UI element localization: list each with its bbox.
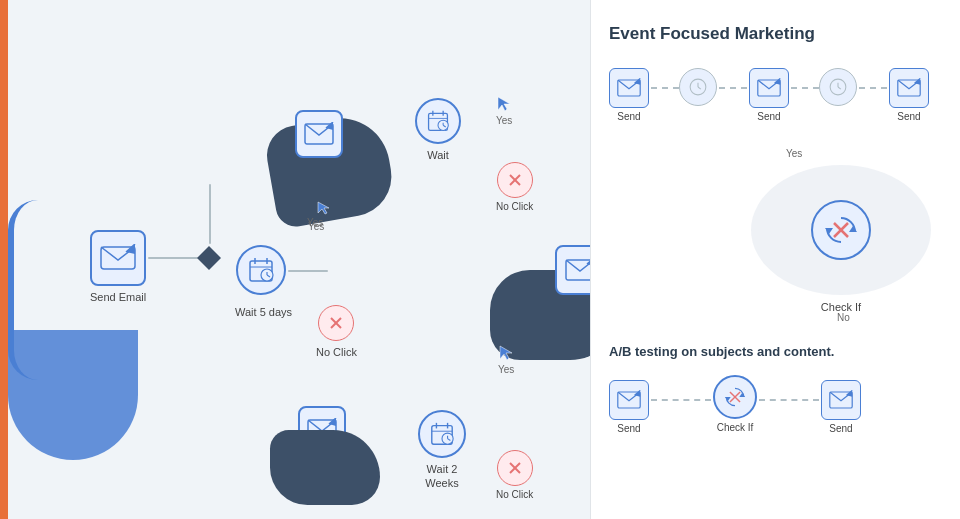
rp-yes-label: Yes — [786, 148, 802, 159]
rp-dash-1 — [651, 87, 679, 89]
blue-shape-bottom — [8, 330, 138, 460]
send-email-label: Send Email — [90, 290, 146, 304]
svg-marker-38 — [498, 97, 510, 111]
svg-marker-41 — [500, 346, 512, 360]
rp-dash-2 — [719, 87, 747, 89]
no-click-bot-icon — [497, 450, 533, 486]
svg-line-59 — [698, 87, 701, 89]
rp-wait-2-icon — [819, 68, 857, 106]
rp-dash-3 — [791, 87, 819, 89]
rp-bot-send-2-label: Send — [829, 423, 852, 434]
right-panel: Event Focused Marketing Send — [590, 0, 960, 519]
rp-bot-dash-2 — [759, 399, 819, 401]
rp-send-3: Send — [889, 68, 929, 122]
rp-wait-1 — [679, 68, 717, 106]
svg-marker-71 — [849, 226, 857, 232]
blob-dark-bottom — [270, 430, 380, 505]
rp-bot-send-2-icon — [821, 380, 861, 420]
svg-marker-78 — [739, 393, 745, 397]
wait-top-label: Wait — [427, 148, 449, 162]
rp-check-blob: Check If — [751, 165, 931, 295]
no-click-mid-label: No Click — [496, 201, 533, 212]
rp-send-2-icon — [749, 68, 789, 108]
svg-marker-79 — [725, 397, 731, 401]
wait-5days-label: Wait 5 days — [235, 305, 292, 319]
diamond-branch-1 — [195, 244, 223, 272]
main-container: Send Email Wait 5 days — [0, 0, 960, 519]
no-click-top-node: No Click — [316, 305, 357, 359]
no-click-top-label: No Click — [316, 345, 357, 359]
rp-no-label: No — [837, 312, 850, 323]
rp-bot-check-if-icon — [713, 375, 757, 419]
svg-line-65 — [838, 87, 841, 89]
rp-bot-send-2: Send — [821, 380, 861, 434]
rp-wait-1-icon — [679, 68, 717, 106]
wait-2weeks-node: Wait 2Weeks — [418, 410, 466, 491]
no-click-bot-container: No Click — [496, 450, 533, 500]
rp-check-if-icon — [811, 200, 871, 260]
wait-top-icon — [415, 98, 461, 144]
rp-bot-send-1-label: Send — [617, 423, 640, 434]
cursor-mid: Yes — [498, 344, 514, 375]
no-click-mid-icon — [497, 162, 533, 198]
conn-wait5-right — [288, 270, 328, 272]
rp-send-3-label: Send — [897, 111, 920, 122]
rp-send-1-icon — [609, 68, 649, 108]
svg-marker-72 — [825, 228, 833, 234]
rp-dash-4 — [859, 87, 887, 89]
orange-bar — [0, 0, 8, 519]
rp-send-1-label: Send — [617, 111, 640, 122]
rp-send-2: Send — [749, 68, 789, 122]
wait-2weeks-label: Wait 2Weeks — [425, 462, 458, 491]
rp-bot-check-if-label: Check If — [717, 422, 754, 433]
rp-wait-2 — [819, 68, 857, 106]
wait-5days-node: Wait 5 days — [235, 245, 292, 319]
yes-top-container: Yes — [308, 216, 324, 234]
send-email-node: Send Email — [90, 230, 146, 304]
rp-bot-check-if: Check If — [713, 375, 757, 433]
cursor-top: Yes — [496, 95, 512, 126]
rp-bot-send-1: Send — [609, 380, 649, 434]
svg-marker-3 — [197, 246, 221, 270]
rp-send-3-icon — [889, 68, 929, 108]
right-panel-title: Event Focused Marketing — [609, 24, 815, 44]
send-email-icon-box — [90, 230, 146, 286]
wait-2weeks-icon — [418, 410, 466, 458]
no-click-top-icon — [318, 305, 354, 341]
right-panel-subtitle: A/B testing on subjects and content. — [609, 344, 834, 359]
conn-diamond-up — [209, 184, 211, 244]
svg-point-35 — [438, 120, 448, 130]
email-top-node — [295, 110, 343, 158]
svg-marker-13 — [318, 202, 329, 214]
conn-send-to-diamond — [148, 257, 198, 259]
no-click-bot-label: No Click — [496, 489, 533, 500]
wait-5days-icon — [236, 245, 292, 301]
rp-bot-dash-1 — [651, 399, 711, 401]
rp-send-1: Send — [609, 68, 649, 122]
email-top-icon — [295, 110, 343, 158]
wait-top-node: Wait — [415, 98, 461, 162]
rp-send-2-label: Send — [757, 111, 780, 122]
no-click-mid-container: No Click — [496, 162, 533, 212]
rp-check-if-large: Check If — [751, 165, 931, 295]
rp-bot-send-1-icon — [609, 380, 649, 420]
